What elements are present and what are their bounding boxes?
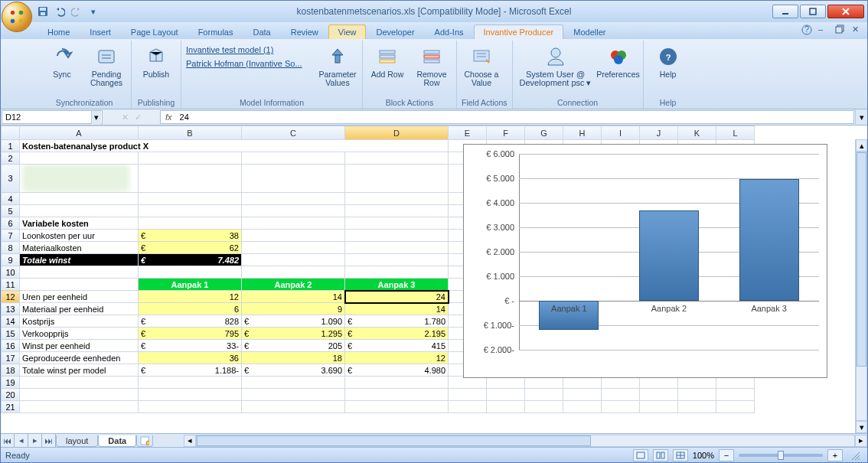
- row-header-4[interactable]: 4: [2, 193, 20, 205]
- tab-developer[interactable]: Developer: [366, 24, 424, 39]
- pending-changes-button[interactable]: Pending Changes: [86, 42, 126, 90]
- cell-D11[interactable]: Aanpak 3: [345, 279, 449, 291]
- cell-C20[interactable]: [242, 389, 345, 401]
- cell-A17[interactable]: Geproduceerde eenheden: [20, 352, 139, 364]
- formula-input[interactable]: [177, 112, 853, 122]
- cell-C12[interactable]: 14: [242, 291, 345, 303]
- cell-L20[interactable]: [716, 389, 755, 401]
- tab-modeller[interactable]: Modeller: [563, 24, 615, 39]
- cell-A10[interactable]: [20, 266, 139, 279]
- sheet-nav-first-icon[interactable]: ⏮: [1, 434, 15, 447]
- cell-L21[interactable]: [716, 401, 755, 413]
- cell-B9[interactable]: €7.482: [139, 254, 242, 266]
- sync-button[interactable]: Sync: [42, 42, 82, 81]
- doc-close-icon[interactable]: ✕: [852, 24, 863, 35]
- cell-B6[interactable]: [139, 217, 242, 230]
- row-header-6[interactable]: 6: [2, 217, 20, 230]
- sheet-nav-last-icon[interactable]: ⏭: [42, 434, 56, 447]
- cell-A2[interactable]: [20, 152, 139, 165]
- cell-D21[interactable]: [345, 401, 449, 413]
- zoom-out-icon[interactable]: −: [719, 449, 734, 461]
- maximize-button[interactable]: [800, 5, 826, 18]
- tab-data[interactable]: Data: [243, 24, 280, 39]
- cell-B17[interactable]: 36: [139, 352, 242, 364]
- sheet-tab-data[interactable]: Data: [98, 435, 136, 447]
- cell-C8[interactable]: [242, 242, 345, 254]
- row-header-19[interactable]: 19: [2, 377, 20, 389]
- cell-K20[interactable]: [678, 389, 716, 401]
- row-header-17[interactable]: 17: [2, 352, 20, 364]
- embedded-chart[interactable]: € 6.000€ 5.000€ 4.000€ 3.000€ 2.000€ 1.0…: [463, 144, 827, 378]
- page-break-view-icon[interactable]: [673, 449, 688, 461]
- remove-row-button[interactable]: Remove Row: [412, 42, 452, 90]
- row-header-14[interactable]: 14: [2, 315, 20, 328]
- doc-restore-icon[interactable]: [835, 24, 846, 35]
- row-header-10[interactable]: 10: [2, 266, 20, 279]
- cell-E21[interactable]: [449, 401, 487, 413]
- sheet-nav-next-icon[interactable]: ▸: [28, 434, 42, 447]
- cell-D5[interactable]: [345, 205, 449, 217]
- resize-grip-icon[interactable]: [847, 449, 863, 461]
- cell-D16[interactable]: €415: [345, 340, 449, 352]
- cell-A19[interactable]: [20, 377, 139, 389]
- save-icon[interactable]: [36, 5, 50, 18]
- cell-D9[interactable]: [345, 254, 449, 266]
- col-header-I[interactable]: I: [602, 126, 640, 140]
- cell-A6[interactable]: Variabele kosten: [20, 217, 139, 230]
- cell-A20[interactable]: [20, 389, 139, 401]
- redo-icon[interactable]: [70, 5, 83, 18]
- cell-D20[interactable]: [345, 389, 449, 401]
- cell-F20[interactable]: [487, 389, 525, 401]
- row-header-9[interactable]: 9: [2, 254, 20, 266]
- row-header-21[interactable]: 21: [2, 401, 20, 413]
- row-header-15[interactable]: 15: [2, 328, 20, 340]
- cell-D4[interactable]: [345, 193, 449, 205]
- cell-D13[interactable]: 14: [345, 303, 449, 315]
- cell-B8[interactable]: €62: [139, 242, 242, 254]
- help-icon[interactable]: ?: [801, 24, 812, 35]
- cell-B2[interactable]: [139, 152, 242, 165]
- cell-B11[interactable]: Aanpak 1: [139, 279, 242, 291]
- cell-I20[interactable]: [602, 389, 640, 401]
- select-all-corner[interactable]: [2, 126, 20, 140]
- author-link[interactable]: Patrick Hofman (Invantive So...: [186, 59, 313, 68]
- cell-D15[interactable]: €2.195: [345, 328, 449, 340]
- cell-D10[interactable]: [345, 266, 449, 279]
- cell-C7[interactable]: [242, 230, 345, 242]
- vertical-scrollbar[interactable]: ▴ ▾: [855, 139, 867, 433]
- cell-I21[interactable]: [602, 401, 640, 413]
- cell-C4[interactable]: [242, 193, 345, 205]
- cell-D6[interactable]: [345, 217, 449, 230]
- horizontal-scrollbar[interactable]: ◂ ▸: [184, 434, 867, 447]
- cell-K21[interactable]: [678, 401, 716, 413]
- cell-C6[interactable]: [242, 217, 345, 230]
- cell-H21[interactable]: [563, 401, 602, 413]
- cell-D14[interactable]: €1.780: [345, 315, 449, 328]
- cell-A11[interactable]: [20, 279, 139, 291]
- col-header-B[interactable]: B: [139, 126, 242, 140]
- cell-C15[interactable]: €1.295: [242, 328, 345, 340]
- new-sheet-icon[interactable]: [136, 435, 153, 447]
- undo-icon[interactable]: [53, 5, 67, 18]
- scroll-up-icon[interactable]: ▴: [856, 139, 867, 152]
- cell-J20[interactable]: [640, 389, 678, 401]
- row-header-13[interactable]: 13: [2, 303, 20, 315]
- cell-A1[interactable]: Kosten-batenanalyse product X: [20, 140, 449, 152]
- row-header-5[interactable]: 5: [2, 205, 20, 217]
- cell-C9[interactable]: [242, 254, 345, 266]
- ribbon-minimize-icon[interactable]: –: [818, 24, 829, 35]
- scroll-down-icon[interactable]: ▾: [856, 421, 867, 433]
- minimize-button[interactable]: [772, 5, 798, 18]
- cell-C5[interactable]: [242, 205, 345, 217]
- col-header-E[interactable]: E: [449, 126, 487, 140]
- cell-C13[interactable]: 9: [242, 303, 345, 315]
- cell-A9[interactable]: Totale winst: [20, 254, 139, 266]
- help-button[interactable]: ?Help: [648, 42, 688, 81]
- add-row-button[interactable]: Add Row: [367, 42, 407, 81]
- cell-F21[interactable]: [487, 401, 525, 413]
- tab-review[interactable]: Review: [281, 24, 328, 39]
- cell-B19[interactable]: [139, 377, 242, 389]
- formula-bar-expand-icon[interactable]: ▾: [855, 109, 867, 125]
- row-header-12[interactable]: 12: [2, 291, 20, 303]
- cell-C17[interactable]: 18: [242, 352, 345, 364]
